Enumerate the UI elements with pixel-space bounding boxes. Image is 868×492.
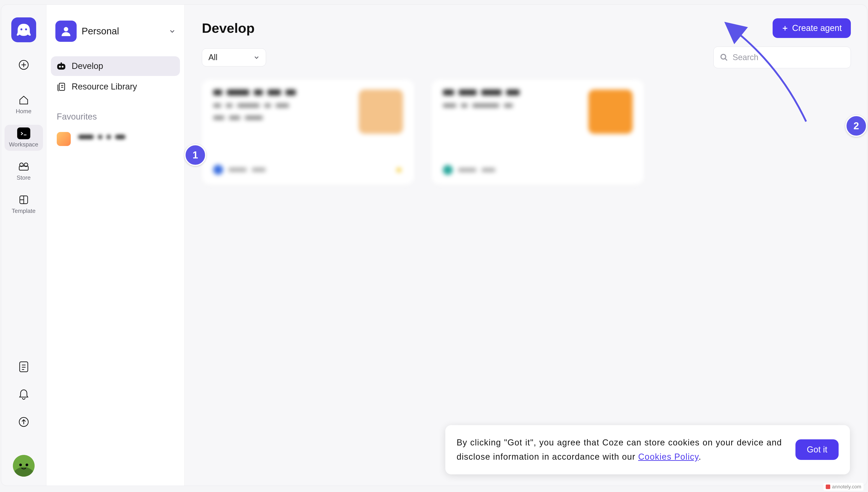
rail-item-template-label: Template — [12, 207, 36, 215]
create-agent-label: Create agent — [792, 23, 842, 33]
add-button[interactable] — [18, 58, 30, 71]
agent-card[interactable]: ★ — [202, 79, 414, 185]
rail-item-home[interactable]: Home — [4, 92, 43, 118]
search-box[interactable] — [713, 47, 851, 68]
cookie-banner: By clicking "Got it", you agree that Coz… — [445, 425, 850, 474]
sidebar: Personal Develop Resource Library Favour… — [46, 5, 185, 486]
rail-item-store-label: Store — [17, 174, 30, 181]
svg-rect-14 — [57, 64, 65, 70]
rail-item-home-label: Home — [16, 108, 31, 115]
got-it-button[interactable]: Got it — [795, 439, 839, 460]
svg-rect-17 — [60, 63, 62, 64]
icon-rail: Home Workspace Store Template — [1, 5, 46, 486]
svg-rect-18 — [59, 83, 65, 91]
svg-rect-4 — [19, 166, 28, 170]
favourite-item-icon — [57, 132, 71, 146]
workspace-switch[interactable]: Personal — [51, 18, 180, 44]
profile-avatar[interactable] — [13, 455, 34, 477]
page-title: Develop — [202, 20, 773, 36]
bell-icon[interactable] — [18, 389, 30, 400]
search-icon — [720, 53, 728, 62]
upload-icon[interactable] — [18, 416, 30, 428]
chevron-down-icon — [169, 28, 175, 34]
filter-value: All — [208, 53, 218, 62]
plus-circle-icon — [18, 59, 29, 70]
rail-item-template[interactable]: Template — [4, 191, 43, 217]
octopus-icon — [16, 23, 31, 36]
svg-point-0 — [20, 28, 22, 30]
svg-rect-8 — [20, 362, 28, 372]
rail-item-workspace[interactable]: Workspace — [4, 125, 43, 151]
svg-point-11 — [19, 464, 22, 466]
sidebar-develop-label: Develop — [72, 61, 103, 71]
filter-select[interactable]: All — [202, 48, 266, 67]
terminal-icon — [17, 127, 30, 139]
cookies-policy-link[interactable]: Cookies Policy — [638, 452, 698, 462]
rail-item-store[interactable]: Store — [4, 158, 43, 184]
rail-item-workspace-label: Workspace — [9, 141, 39, 148]
store-icon — [17, 161, 30, 172]
plus-icon — [782, 25, 789, 32]
svg-point-15 — [59, 66, 61, 68]
agent-card-thumb — [359, 90, 403, 134]
template-icon — [17, 194, 30, 206]
agent-cards: ★ — [202, 79, 851, 185]
annotation-arrows — [185, 5, 867, 486]
favourites-title: Favourites — [51, 106, 180, 127]
svg-point-12 — [26, 464, 28, 466]
favourite-item-blurred-text — [78, 135, 141, 143]
main-content: Develop Create agent All — [185, 5, 867, 486]
create-agent-button[interactable]: Create agent — [773, 18, 851, 38]
svg-rect-3 — [19, 129, 28, 137]
cookie-text: By clicking "Got it", you agree that Coz… — [456, 436, 782, 464]
workspace-label: Personal — [82, 26, 164, 36]
docs-icon[interactable] — [18, 361, 30, 373]
chevron-down-icon — [254, 54, 259, 60]
attribution: annotely.com — [823, 483, 864, 491]
svg-point-1 — [25, 28, 27, 30]
library-icon — [57, 82, 66, 91]
brand-logo[interactable] — [11, 17, 36, 42]
agent-card-thumb — [588, 90, 633, 134]
svg-point-13 — [64, 27, 68, 31]
svg-point-16 — [62, 66, 64, 68]
person-icon — [55, 21, 77, 42]
sidebar-item-resource-library[interactable]: Resource Library — [51, 77, 180, 97]
svg-point-19 — [721, 54, 726, 59]
search-input[interactable] — [733, 53, 844, 62]
home-icon — [17, 94, 30, 106]
sidebar-item-develop[interactable]: Develop — [51, 56, 180, 76]
favourite-item[interactable] — [51, 127, 180, 151]
bot-icon — [57, 62, 66, 71]
svg-rect-20 — [826, 485, 830, 489]
sidebar-resource-label: Resource Library — [72, 82, 137, 92]
agent-card[interactable] — [431, 79, 644, 185]
